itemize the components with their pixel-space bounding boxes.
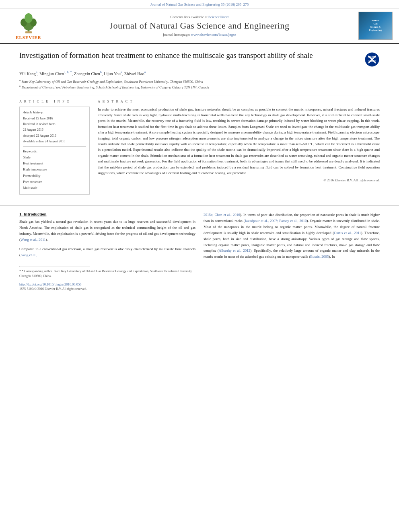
ref-curtis[interactable]: Curtis et al., 2011 (334, 231, 361, 235)
journal-cover-image: NaturalGasScience &Engineering (358, 12, 393, 40)
journal-title: Journal of Natural Gas Science and Engin… (51, 21, 348, 31)
section-divider (19, 95, 380, 95)
journal-ref-text: Journal of Natural Gas Science and Engin… (150, 2, 249, 6)
keyword-permeability: Permeability (23, 173, 86, 179)
introduction-heading: 1. Introduction (19, 212, 195, 216)
keyword-heat: Heat treatment (23, 160, 86, 166)
received-revised-date: 21 August 2016 (23, 127, 86, 133)
article-info-abstract: A R T I C L E I N F O Article history: R… (19, 99, 380, 199)
ref-bustin[interactable]: Bustin, 2005 (310, 255, 329, 259)
keywords-list: Shale Heat treatment High temperature Pe… (23, 154, 86, 191)
publisher-logo-section: ELSEVIER (6, 12, 51, 40)
doi-link[interactable]: http://dx.doi.org/10.1016/j.jngse.2016.0… (19, 282, 82, 286)
footnote-divider (19, 266, 90, 267)
copyright-line: © 2016 Elsevier B.V. All rights reserved… (98, 178, 380, 182)
homepage-url[interactable]: www.elsevier.com/locate/jngse (191, 33, 236, 37)
affiliations: a State Key Laboratory of Oil and Gas Re… (19, 78, 380, 90)
accepted-date: Accepted 22 August 2016 (23, 133, 86, 139)
keywords-label: Keywords: (23, 149, 86, 153)
elsevier-text: ELSEVIER (16, 35, 41, 40)
doi-line: http://dx.doi.org/10.1016/j.jngse.2016.0… (19, 282, 195, 286)
history-label: Article history: (23, 110, 86, 114)
footnote-text: * * Corresponding author. State Key Labo… (19, 269, 195, 279)
ref-javadpour[interactable]: Javadpour et al., 2007; Passey et al., 2… (245, 219, 306, 223)
svg-point-4 (25, 13, 33, 23)
abstract-label: A B S T R A C T (98, 99, 380, 103)
abstract-column: A B S T R A C T In order to achieve the … (98, 99, 380, 199)
ref-kang2015a[interactable]: Kang et al., (21, 253, 37, 257)
available-date: Available online 24 August 2016 (23, 139, 86, 144)
elsevier-tree-icon (16, 12, 41, 34)
svg-rect-5 (25, 31, 32, 33)
intro-para-1: Shale gas has yielded a natural gas revo… (19, 219, 195, 242)
body-left-col: 1. Introduction Shale gas has yielded a … (19, 212, 195, 291)
journal-cover-section: NaturalGasScience &Engineering (348, 12, 393, 40)
keyword-pore: Pore structure (23, 179, 86, 185)
authors-line: Yili Kanga, Mingjun Chena, b, *, Zhangxi… (19, 70, 380, 76)
body-right-col: 2015a; Chen et al., 2016). In terms of p… (204, 212, 380, 291)
body-two-col: 1. Introduction Shale gas has yielded a … (19, 212, 380, 291)
ref-alharthy[interactable]: Alharthy et al., 2012 (219, 249, 251, 253)
affiliation-b: b Department of Chemical and Petroleum E… (19, 84, 380, 90)
received-date: Received 15 June 2016 (23, 116, 86, 121)
ref-2015a[interactable]: 2015a; Chen et al., 2016 (204, 213, 240, 217)
keywords-section: Keywords: Shale Heat treatment High temp… (23, 146, 86, 191)
abstract-text: In order to achieve the most economical … (98, 107, 380, 176)
received-revised-label: Received in revised form (23, 121, 86, 127)
intro-para-2: Compared to a conventional gas reservoir… (19, 246, 195, 258)
keyword-temp: High temperature (23, 166, 86, 173)
crossmark-badge[interactable]: Cross Mark (364, 52, 380, 67)
main-body: 1. Introduction Shale gas has yielded a … (0, 205, 399, 297)
article-title: Investigation of formation heat treatmen… (19, 50, 360, 61)
article-title-section: Investigation of formation heat treatmen… (19, 50, 380, 67)
article-content: Investigation of formation heat treatmen… (0, 44, 399, 205)
contents-line: Contents lists available at ScienceDirec… (51, 15, 348, 19)
journal-title-section: Contents lists available at ScienceDirec… (51, 15, 348, 37)
article-info-label: A R T I C L E I N F O (19, 99, 90, 103)
journal-reference-bar: Journal of Natural Gas Science and Engin… (0, 0, 399, 8)
intro-para-right-1: 2015a; Chen et al., 2016). In terms of p… (204, 212, 380, 260)
journal-header: ELSEVIER Contents lists available at Sci… (0, 8, 399, 44)
article-history-box: Article history: Received 15 June 2016 R… (19, 107, 90, 195)
issn-line: 1875-5100/© 2016 Elsevier B.V. All right… (19, 287, 195, 291)
article-info-column: A R T I C L E I N F O Article history: R… (19, 99, 90, 199)
sciencedirect-link[interactable]: ScienceDirect (208, 15, 228, 19)
affiliation-a: a State Key Laboratory of Oil and Gas Re… (19, 78, 380, 84)
ref-wang2011[interactable]: Wang et al., 2011 (21, 238, 46, 242)
journal-homepage: journal homepage: www.elsevier.com/locat… (51, 33, 348, 37)
keyword-multiscale: Multiscale (23, 185, 86, 191)
keyword-shale: Shale (23, 154, 86, 160)
elsevier-logo: ELSEVIER (16, 12, 41, 40)
